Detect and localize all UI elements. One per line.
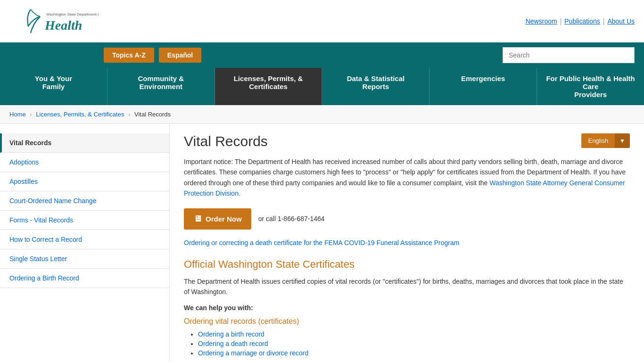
header-buttons: Topics A-Z Español xyxy=(104,48,201,63)
order-now-button[interactable]: 🖥 Order Now xyxy=(184,208,251,230)
order-row: 🖥 Order Now or call 1-866-687-1464 xyxy=(184,208,630,230)
call-text: or call 1-866-687-1464 xyxy=(258,215,325,222)
nav-item-emergencies[interactable]: Emergencies xyxy=(429,68,537,105)
language-button[interactable]: English xyxy=(581,133,615,148)
language-dropdown-arrow[interactable]: ▼ xyxy=(615,133,630,148)
breadcrumb-licenses[interactable]: Licenses, Permits, & Certificates xyxy=(36,111,124,118)
content-wrapper: Vital Records Adoptions Apostilles Court… xyxy=(0,124,644,362)
breadcrumb-current: Vital Records xyxy=(134,111,171,118)
language-bar: English ▼ xyxy=(581,133,630,148)
sidebar: Vital Records Adoptions Apostilles Court… xyxy=(0,124,170,362)
sidebar-item-vital-records[interactable]: Vital Records xyxy=(0,133,169,153)
header-middle: Topics A-Z Español xyxy=(0,42,644,68)
publications-link[interactable]: Publications xyxy=(564,17,600,25)
newsroom-link[interactable]: Newsroom xyxy=(526,17,557,25)
nav-item-data[interactable]: Data & StatisticalReports xyxy=(322,68,429,105)
sidebar-item-forms[interactable]: Forms - Vital Records xyxy=(0,211,169,230)
breadcrumb: Home › Licenses, Permits, & Certificates… xyxy=(0,105,644,124)
nav-item-community[interactable]: Community &Environment xyxy=(107,68,215,105)
separator2: | xyxy=(603,17,605,25)
about-us-link[interactable]: About Us xyxy=(607,17,635,25)
sidebar-item-single-status[interactable]: Single Status Letter xyxy=(0,249,169,269)
breadcrumb-sep1: › xyxy=(30,111,32,118)
monitor-icon: 🖥 xyxy=(193,214,202,224)
logo[interactable]: Washington State Department of Health xyxy=(5,2,99,40)
sidebar-item-adoptions[interactable]: Adoptions xyxy=(0,153,169,172)
sidebar-item-correct-record[interactable]: How to Correct a Record xyxy=(0,230,169,249)
order-links-list: Ordering a birth record Ordering a death… xyxy=(184,330,630,357)
official-heading: Official Washington State Certificates xyxy=(184,258,630,271)
svg-text:Washington State Department of: Washington State Department of xyxy=(46,12,99,16)
breadcrumb-sep2: › xyxy=(128,111,130,118)
sidebar-item-apostilles[interactable]: Apostilles xyxy=(0,172,169,191)
topics-az-button[interactable]: Topics A-Z xyxy=(104,48,154,63)
notice-text: Important notice: The Department of Heal… xyxy=(184,156,630,199)
espanol-button[interactable]: Español xyxy=(159,48,201,63)
header: Washington State Department of Health Ne… xyxy=(0,0,644,42)
official-desc: The Department of Health issues certifie… xyxy=(184,276,630,297)
list-item: Ordering a death record xyxy=(198,340,630,347)
fema-link[interactable]: Ordering or correcting a death certifica… xyxy=(184,239,630,247)
marriage-divorce-link[interactable]: Ordering a marriage or divorce record xyxy=(198,349,308,357)
nav-item-licenses[interactable]: Licenses, Permits, &Certificates xyxy=(215,68,322,105)
death-record-link[interactable]: Ordering a death record xyxy=(198,340,268,347)
main-nav: You & YourFamily Community &Environment … xyxy=(0,68,644,105)
ordering-heading: Ordering vital records (certificates) xyxy=(184,317,630,326)
list-item: Ordering a marriage or divorce record xyxy=(198,349,630,357)
nav-item-you-family[interactable]: You & YourFamily xyxy=(0,68,107,105)
page-title: Vital Records xyxy=(184,133,268,149)
sidebar-item-birth-record[interactable]: Ordering a Birth Record xyxy=(0,269,169,288)
we-help-text: We can help you with: xyxy=(184,304,630,312)
top-right-links: Newsroom | Publications | About Us xyxy=(526,17,635,25)
birth-record-link[interactable]: Ordering a birth record xyxy=(198,330,264,338)
svg-text:Health: Health xyxy=(44,18,82,33)
separator1: | xyxy=(560,17,562,25)
nav-item-public-health[interactable]: For Public Health & Health CareProviders xyxy=(537,68,644,105)
sidebar-item-court-name[interactable]: Court-Ordered Name Change xyxy=(0,191,169,211)
main-content: Vital Records English ▼ Important notice… xyxy=(170,124,644,362)
search-input[interactable] xyxy=(503,47,635,63)
breadcrumb-home[interactable]: Home xyxy=(9,111,26,118)
list-item: Ordering a birth record xyxy=(198,330,630,338)
